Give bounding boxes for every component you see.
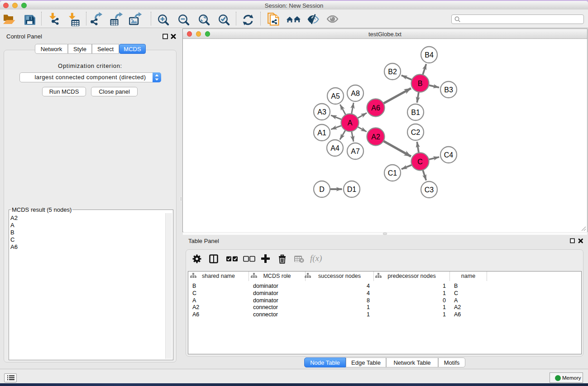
svg-text:B2: B2: [388, 68, 397, 76]
svg-text:A5: A5: [331, 92, 340, 100]
svg-text:C2: C2: [411, 129, 421, 136]
svg-text:B3: B3: [444, 86, 453, 94]
svg-text:A: A: [348, 119, 353, 127]
svg-text:B: B: [418, 80, 423, 87]
svg-text:A7: A7: [351, 148, 360, 155]
svg-text:C: C: [417, 158, 423, 166]
svg-text:B1: B1: [411, 109, 420, 116]
svg-text:D: D: [319, 186, 325, 193]
svg-text:B4: B4: [425, 51, 434, 59]
svg-text:C1: C1: [388, 169, 397, 177]
svg-text:C4: C4: [444, 151, 454, 159]
svg-text:A3: A3: [317, 108, 326, 116]
svg-text:D1: D1: [347, 186, 357, 193]
svg-text:A1: A1: [317, 129, 326, 137]
svg-text:A4: A4: [330, 144, 339, 152]
svg-text:A2: A2: [371, 133, 380, 141]
svg-text:A8: A8: [351, 90, 360, 97]
svg-text:C3: C3: [425, 186, 434, 194]
svg-text:A6: A6: [371, 104, 380, 112]
